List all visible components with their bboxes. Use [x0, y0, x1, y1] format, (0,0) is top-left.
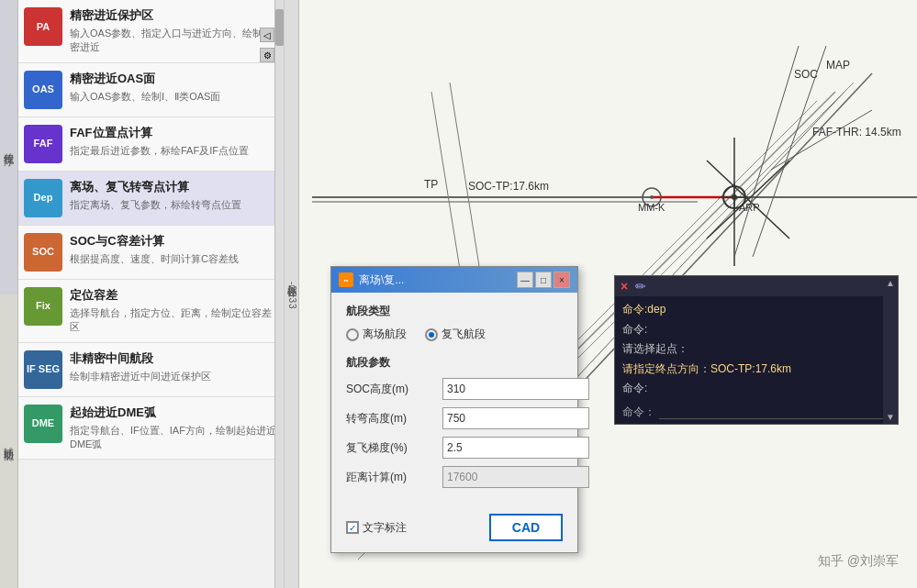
- cad-button[interactable]: CAD: [489, 514, 563, 541]
- form-input-0[interactable]: [442, 378, 589, 400]
- command-panel-header: × ✏: [615, 276, 898, 296]
- sidebar-item-soc[interactable]: SOCSOC与C容差计算根据提高度、速度、时间计算C容差线: [18, 226, 284, 280]
- form-label-3: 距离计算(m): [346, 470, 442, 485]
- sidebar-item-title-fix: 定位容差: [70, 287, 276, 304]
- sidebar-item-desc-faf: 指定最后进近参数，标绘FAF及IF点位置: [70, 144, 276, 158]
- radio-departure-label: 离场航段: [363, 327, 407, 342]
- form-label-1: 转弯高度(m): [346, 411, 442, 427]
- sidebar-item-icon-soc: SOC: [24, 233, 62, 272]
- sidebar-item-faf[interactable]: FAFFAF位置点计算指定最后进近参数，标绘FAF及IF点位置: [18, 117, 284, 172]
- command-lines: 命令:dep命令:请选择起点：请指定终点方向：SOC-TP:17.6km命令:: [615, 296, 898, 403]
- sidebar-item-text-pa: 精密进近保护区输入OAS参数、指定入口与进近方向、绘制精密进近: [70, 7, 276, 55]
- dialog-title-buttons: — □ ×: [517, 272, 570, 288]
- form-fields: SOC高度(m)转弯高度(m)复飞梯度(%)距离计算(m): [346, 378, 563, 488]
- year-label: 风标设计-2033: [285, 278, 298, 310]
- sidebar-item-text-faf: FAF位置点计算指定最后进近参数，标绘FAF及IF点位置: [70, 125, 276, 158]
- radio-missed[interactable]: 复飞航段: [425, 327, 486, 342]
- svg-text:ARP: ARP: [739, 202, 760, 213]
- sidebar-item-icon-fix: Fix: [24, 287, 62, 326]
- sidebar-item-title-if_seg: 非精密中间航段: [70, 350, 276, 367]
- sidebar-label-bottom: 辅助功能: [0, 294, 18, 589]
- sidebar: 传统程序 辅助功能 PA精密进近保护区输入OAS参数、指定入口与进近方向、绘制精…: [0, 0, 285, 588]
- cmd-scroll-up[interactable]: ▲: [886, 278, 895, 288]
- minimize-btn[interactable]: —: [517, 272, 533, 288]
- command-panel: × ✏ 命令:dep命令:请选择起点：请指定终点方向：SOC-TP:17.6km…: [614, 275, 899, 425]
- close-btn[interactable]: ×: [554, 272, 570, 288]
- sidebar-items-list: PA精密进近保护区输入OAS参数、指定入口与进近方向、绘制精密进近OAS精密进近…: [18, 0, 284, 588]
- sidebar-item-fix[interactable]: Fix定位容差选择导航台，指定方位、距离，绘制定位容差区: [18, 280, 284, 343]
- section-type-label: 航段类型: [346, 304, 563, 319]
- sidebar-item-if_seg[interactable]: IF SEG非精密中间航段绘制非精密进近中间进近保护区: [18, 343, 284, 397]
- sidebar-item-icon-pa: PA: [24, 7, 62, 46]
- settings-btn[interactable]: ⚙: [260, 48, 274, 62]
- sidebar-item-dep[interactable]: Dep离场、复飞转弯点计算指定离场、复飞参数，标绘转弯点位置: [18, 172, 284, 226]
- checkbox-text-label[interactable]: ✓ 文字标注: [346, 520, 407, 536]
- sidebar-item-text-dep: 离场、复飞转弯点计算指定离场、复飞参数，标绘转弯点位置: [70, 179, 276, 212]
- dialog-title-icon: ▪▪: [339, 272, 353, 287]
- sidebar-item-icon-oas: OAS: [24, 71, 62, 109]
- scrollbar-thumb[interactable]: [275, 9, 284, 46]
- command-line-2: 请选择起点：: [622, 339, 890, 360]
- sidebar-item-icon-dep: Dep: [24, 179, 62, 217]
- collapse-btn[interactable]: ◁: [260, 28, 274, 42]
- svg-text:TP: TP: [424, 178, 438, 191]
- command-line-3: 请指定终点方向：SOC-TP:17.6km: [622, 360, 890, 380]
- sidebar-label-top: 传统程序: [0, 0, 18, 294]
- svg-text:MM-K: MM-K: [638, 202, 665, 213]
- sidebar-item-title-dep: 离场、复飞转弯点计算: [70, 179, 276, 195]
- dialog-title: 离场\复...: [359, 272, 404, 288]
- command-line-0: 命令:dep: [622, 300, 890, 320]
- dep-dialog: ▪▪ 离场\复... — □ × 航段类型 离场航段 复飞航段 航段参数 SOC…: [330, 266, 578, 553]
- radio-departure[interactable]: 离场航段: [346, 327, 407, 342]
- sidebar-scrollbar[interactable]: [274, 0, 284, 588]
- sidebar-item-title-oas: 精密进近OAS面: [70, 71, 276, 87]
- cmd-input-label: 命令：: [622, 405, 655, 420]
- cmd-pencil-icon: ✏: [635, 279, 646, 294]
- svg-text:MAP: MAP: [826, 59, 850, 72]
- form-label-2: 复飞梯度(%): [346, 440, 442, 456]
- sidebar-item-text-if_seg: 非精密中间航段绘制非精密进近中间进近保护区: [70, 350, 276, 383]
- command-input[interactable]: [659, 405, 890, 419]
- sidebar-item-text-dme: 起始进近DME弧指定导航台、IF位置、IAF方向，绘制起始进近DME弧: [70, 405, 276, 452]
- sidebar-item-dme[interactable]: DME起始进近DME弧指定导航台、IF位置、IAF方向，绘制起始进近DME弧: [18, 397, 284, 460]
- sidebar-item-icon-dme: DME: [24, 405, 62, 443]
- sidebar-item-desc-pa: 输入OAS参数、指定入口与进近方向、绘制精密进近: [70, 27, 276, 55]
- form-row-1: 转弯高度(m): [346, 407, 563, 429]
- sidebar-item-title-faf: FAF位置点计算: [70, 125, 276, 141]
- checkbox-text: 文字标注: [363, 520, 407, 536]
- sidebar-item-pa[interactable]: PA精密进近保护区输入OAS参数、指定入口与进近方向、绘制精密进近: [18, 0, 284, 63]
- radio-missed-label: 复飞航段: [442, 327, 486, 342]
- sidebar-item-desc-oas: 输入OAS参数、绘制Ⅰ、Ⅱ类OAS面: [70, 90, 276, 104]
- radio-group-type: 离场航段 复飞航段: [346, 327, 563, 342]
- svg-point-22: [650, 195, 654, 199]
- sidebar-item-icon-if_seg: IF SEG: [24, 350, 62, 389]
- cmd-scroll-down[interactable]: ▼: [886, 412, 895, 422]
- dialog-body: 航段类型 离场航段 复飞航段 航段参数 SOC高度(m)转弯高度(m)复飞梯度(…: [331, 293, 577, 506]
- sidebar-item-title-pa: 精密进近保护区: [70, 7, 276, 24]
- radio-departure-circle: [346, 328, 359, 341]
- command-input-row: 命令：: [615, 403, 898, 424]
- dialog-footer: ✓ 文字标注 CAD: [331, 506, 577, 552]
- checkbox-box: ✓: [346, 521, 359, 534]
- svg-text:SOC-TP:17.6km: SOC-TP:17.6km: [468, 180, 549, 193]
- form-row-2: 复飞梯度(%): [346, 437, 563, 459]
- form-row-0: SOC高度(m): [346, 378, 563, 400]
- svg-text:FAF-THR: 14.5km: FAF-THR: 14.5km: [812, 126, 901, 139]
- maximize-btn[interactable]: □: [535, 272, 552, 288]
- cmd-close-btn[interactable]: ×: [621, 279, 628, 294]
- svg-text:SOC: SOC: [794, 68, 818, 81]
- watermark: 知乎 @刘崇军: [818, 553, 899, 570]
- sidebar-item-text-soc: SOC与C容差计算根据提高度、速度、时间计算C容差线: [70, 233, 276, 266]
- sidebar-item-desc-dep: 指定离场、复飞参数，标绘转弯点位置: [70, 198, 276, 212]
- cad-side-panel: 风标设计-2033: [285, 0, 299, 588]
- section-params-label: 航段参数: [346, 355, 563, 371]
- sidebar-controls: ◁ ⚙: [260, 28, 274, 62]
- cmd-scrollbar: ▲ ▼: [883, 276, 898, 424]
- form-input-2[interactable]: [442, 437, 589, 459]
- sidebar-item-desc-soc: 根据提高度、速度、时间计算C容差线: [70, 252, 276, 266]
- sidebar-item-desc-dme: 指定导航台、IF位置、IAF方向，绘制起始进近DME弧: [70, 424, 276, 452]
- sidebar-item-oas[interactable]: OAS精密进近OAS面输入OAS参数、绘制Ⅰ、Ⅱ类OAS面: [18, 63, 284, 117]
- form-input-1[interactable]: [442, 407, 589, 429]
- sidebar-item-title-dme: 起始进近DME弧: [70, 405, 276, 421]
- form-label-0: SOC高度(m): [346, 382, 442, 397]
